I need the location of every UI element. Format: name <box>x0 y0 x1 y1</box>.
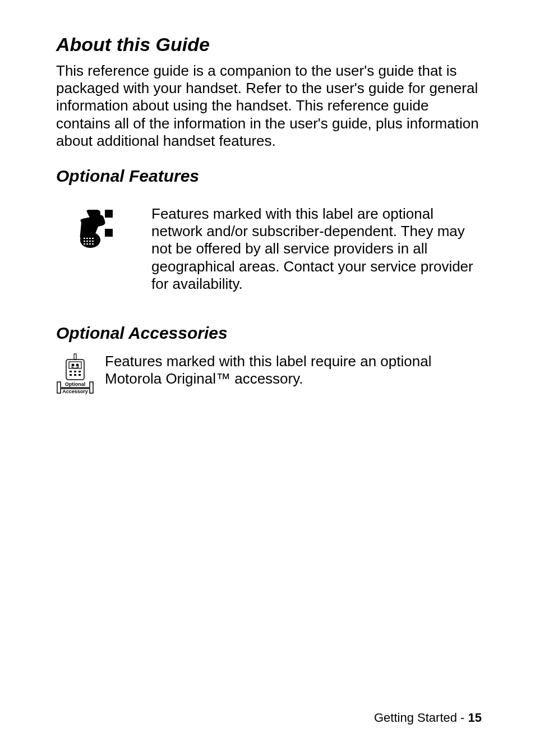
optional-features-body: Features marked with this label are opti… <box>151 205 482 293</box>
svg-rect-11 <box>84 243 85 245</box>
optional-features-row: Features marked with this label are opti… <box>56 205 482 293</box>
svg-rect-24 <box>79 374 81 376</box>
svg-point-18 <box>76 363 79 366</box>
footer-page-number: 15 <box>468 711 482 725</box>
svg-rect-7 <box>84 241 85 242</box>
svg-point-17 <box>72 363 75 366</box>
svg-rect-3 <box>84 238 85 239</box>
svg-text:Optional: Optional <box>65 381 86 387</box>
svg-rect-23 <box>74 374 76 376</box>
svg-rect-13 <box>89 243 91 245</box>
svg-rect-6 <box>92 238 94 239</box>
svg-point-2 <box>80 232 100 248</box>
svg-rect-19 <box>70 371 72 372</box>
optional-accessory-icon: Optional Accessory <box>56 353 98 400</box>
optional-accessories-body: Features marked with this label require … <box>105 353 482 388</box>
svg-rect-15 <box>74 354 76 359</box>
optional-accessories-row: Optional Accessory Features marked with … <box>56 353 482 400</box>
optional-accessories-heading: Optional Accessories <box>56 324 482 343</box>
svg-rect-16 <box>69 362 81 368</box>
svg-rect-22 <box>70 374 72 376</box>
svg-rect-8 <box>86 241 88 242</box>
svg-rect-9 <box>89 241 91 242</box>
svg-rect-20 <box>74 371 76 372</box>
svg-rect-10 <box>92 241 94 242</box>
svg-rect-21 <box>79 371 81 372</box>
svg-rect-4 <box>86 238 88 239</box>
svg-rect-1 <box>105 229 113 237</box>
svg-text:Accessory: Accessory <box>62 389 88 394</box>
svg-rect-5 <box>89 238 91 239</box>
about-guide-heading: About this Guide <box>56 34 482 56</box>
svg-rect-12 <box>86 243 88 245</box>
optional-feature-icon <box>56 205 140 258</box>
footer-section-name: Getting Started - <box>374 711 468 725</box>
about-guide-body: This reference guide is a companion to t… <box>56 62 482 150</box>
optional-features-heading: Optional Features <box>56 167 482 186</box>
svg-rect-14 <box>92 243 94 245</box>
svg-rect-0 <box>105 210 113 218</box>
page-footer: Getting Started - 15 <box>374 711 482 725</box>
